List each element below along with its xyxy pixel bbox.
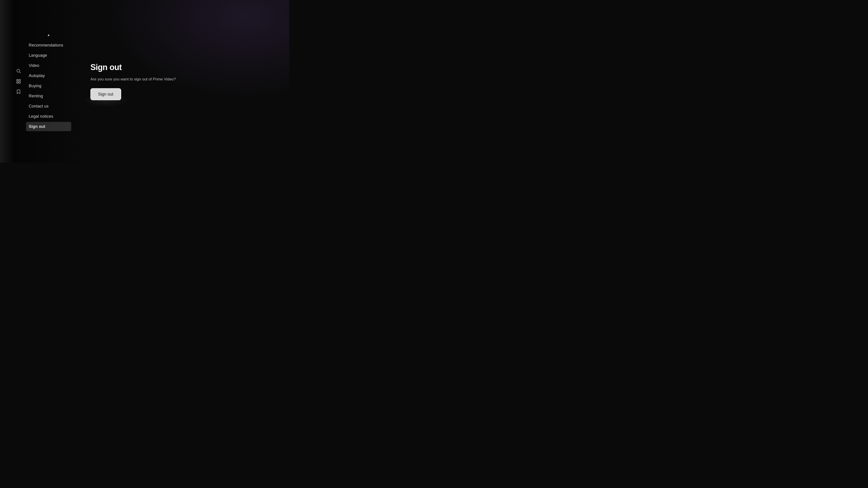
sidebar-item-sign-out[interactable]: Sign out <box>26 122 71 131</box>
panel-description: Are you sure you want to sign out of Pri… <box>90 76 176 82</box>
panel-title: Sign out <box>90 63 176 72</box>
sidebar-item-buying[interactable]: Buying <box>26 81 71 91</box>
svg-rect-5 <box>19 82 20 83</box>
search-icon[interactable] <box>16 68 22 74</box>
grid-icon[interactable] <box>16 78 22 85</box>
bookmark-icon[interactable] <box>16 89 22 95</box>
svg-rect-4 <box>17 82 18 83</box>
sidebar <box>13 66 24 97</box>
sidebar-item-autoplay[interactable]: Autoplay <box>26 71 71 80</box>
svg-point-0 <box>17 69 20 72</box>
svg-rect-2 <box>17 79 18 81</box>
sign-out-panel: Sign out Are you sure you want to sign o… <box>86 58 180 105</box>
sidebar-item-contact-us[interactable]: Contact us <box>26 102 71 111</box>
sidebar-item-renting[interactable]: Renting <box>26 92 71 101</box>
sidebar-item-recommendations[interactable]: Recommendations <box>26 41 71 50</box>
menu-arrow: ▲ <box>26 32 71 38</box>
sign-out-confirm-button[interactable]: Sign out <box>90 88 121 100</box>
svg-rect-3 <box>19 79 20 81</box>
left-edge-shadow <box>0 0 13 163</box>
sidebar-item-legal-notices[interactable]: Legal notices <box>26 112 71 121</box>
svg-line-1 <box>20 72 21 73</box>
sidebar-item-language[interactable]: Language <box>26 51 71 60</box>
settings-menu: ▲ Recommendations Language Video Autopla… <box>26 32 71 131</box>
sidebar-item-video[interactable]: Video <box>26 61 71 70</box>
